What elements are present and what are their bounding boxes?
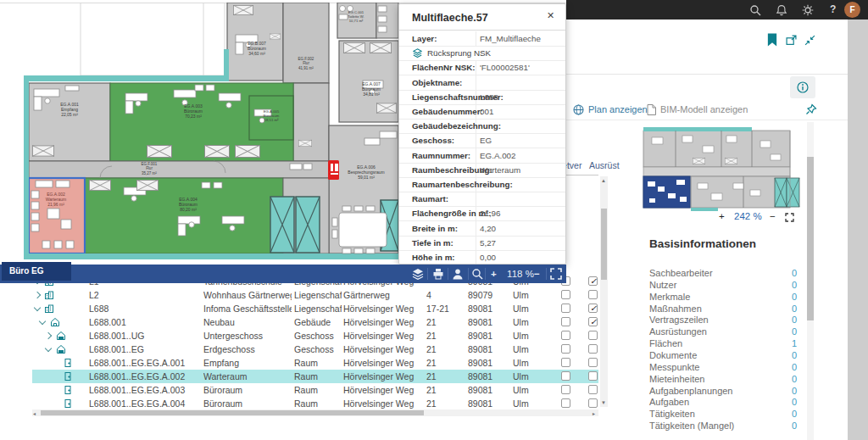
ausruest-checkbox[interactable] (588, 385, 598, 394)
cell-ort: Ulm (513, 343, 547, 356)
mini-floor-plan[interactable] (642, 122, 803, 212)
close-icon[interactable]: ✕ (547, 10, 554, 21)
info-item[interactable]: Maßnahmen 0 (649, 304, 797, 315)
room-EG.F.002[interactable] (283, 3, 329, 83)
search-plan-icon[interactable] (471, 268, 483, 280)
table-horizontal-scrollbar[interactable]: ◂ ▸ (32, 409, 598, 416)
property-action-row[interactable]: Rücksprung NSK (399, 46, 566, 61)
cell-hausnummer: 21 (426, 343, 460, 356)
collapse-arrows-icon[interactable] (804, 35, 815, 46)
cell-nummer: L688.001..UG (89, 329, 199, 343)
info-label: Aufgabenplanungen (649, 386, 732, 396)
info-item[interactable]: Tätigkeiten (Mangel) 0 (649, 421, 797, 432)
cell-bezeichnung: Wohnhaus Gärtnerweg 4 (203, 288, 292, 302)
settings-gear-icon[interactable] (802, 4, 814, 16)
plan-zoom-out-button[interactable]: − (534, 268, 540, 280)
col-header-ausruest[interactable]: Ausrüst (589, 160, 620, 170)
info-item[interactable]: Sachbearbeiter 0 (649, 268, 797, 279)
ausruest-checkbox[interactable] (588, 290, 598, 299)
mietver-checkbox[interactable] (561, 358, 570, 367)
expand-chevron-icon[interactable] (34, 304, 41, 311)
expand-chevron-icon[interactable] (45, 332, 52, 339)
expand-chevron-icon[interactable] (34, 292, 41, 298)
cell-hausnummer: 21 (426, 397, 460, 410)
right-panel-scrollbar[interactable] (807, 122, 814, 440)
info-item[interactable]: Nutzer 0 (649, 280, 797, 291)
user-icon[interactable] (452, 268, 464, 280)
mini-fit-screen-icon[interactable] (785, 213, 794, 222)
table-vertical-scrollbar[interactable]: ▲ ▼ (600, 176, 608, 407)
table-row[interactable]: L688.001..EG.EG.A.002 Warteraum Raum Hör… (32, 370, 598, 384)
info-label: Flächen (649, 338, 682, 348)
ausruest-checkbox[interactable] (588, 331, 598, 340)
mietver-checkbox[interactable] (561, 385, 570, 394)
plan-toolbar: + 118 % − (0, 265, 566, 283)
info-circle-icon (797, 81, 809, 93)
info-item[interactable]: Messpunkte 0 (649, 362, 797, 373)
table-row[interactable]: L688.001..EG.EG.A.003 Büroraum Raum Hörv… (32, 383, 598, 398)
ausruest-checkbox[interactable] (588, 398, 598, 408)
search-icon[interactable] (749, 4, 761, 16)
mietver-checkbox[interactable] (561, 371, 570, 381)
info-item[interactable]: Tätigkeiten 0 (649, 409, 797, 420)
pin-icon[interactable] (805, 103, 817, 115)
expand-chevron-icon[interactable] (45, 345, 52, 352)
info-item[interactable]: Ausrüstungen 0 (649, 326, 797, 337)
info-item[interactable]: Aufgaben 0 (649, 397, 797, 408)
avatar[interactable]: F (844, 2, 860, 18)
expand-chevron-icon[interactable] (39, 318, 46, 325)
cell-bezeichnung: Infoma Geschäftsstelle (203, 302, 292, 315)
table-row[interactable]: L688.001..UG Untergeschoss Geschoss Hörv… (32, 329, 598, 343)
info-item[interactable]: Aufgabenplanungen 0 (649, 386, 797, 397)
bookmark-icon[interactable] (767, 33, 777, 47)
ausruest-checkbox[interactable] (588, 317, 598, 326)
info-button[interactable] (790, 76, 815, 98)
notifications-bell-icon[interactable] (776, 4, 787, 16)
table-row[interactable]: L688.001 Neubau Gebäude Hörvelsinger Weg… (32, 315, 598, 330)
action-label: Rücksprung NSK (427, 46, 491, 60)
table-row[interactable]: L688.001..EG.EG.A.001 Empfang Raum Hörve… (32, 356, 598, 370)
table-row[interactable]: L688 Infoma Geschäftsstelle Liegenschaft… (32, 302, 598, 316)
cell-nummer: L688.001..EG.EG.A.002 (89, 370, 199, 383)
ausruest-checkbox[interactable] (588, 344, 598, 354)
plan-zoom-in-button[interactable]: + (491, 268, 497, 280)
cell-ort: Ulm (513, 383, 547, 397)
info-item[interactable]: Merkmale 0 (649, 292, 797, 303)
table-row[interactable]: L2 Wohnhaus Gärtnerweg 4 Liegenschaft Gä… (32, 288, 598, 303)
cell-strasse: Hörvelsinger Weg (343, 343, 424, 356)
mietver-checkbox[interactable] (561, 317, 570, 326)
info-label: Messpunkte (649, 362, 699, 372)
mietver-checkbox[interactable] (561, 290, 570, 299)
cell-nummer: L688.001..EG (89, 343, 199, 356)
room-EG.F.001[interactable] (29, 161, 329, 178)
mietver-checkbox[interactable] (561, 398, 570, 408)
table-row[interactable]: L688.001..EG Erdgeschoss Geschoss Hörvel… (32, 343, 598, 357)
ausruest-checkbox[interactable] (588, 358, 598, 367)
cell-typ: Raum (294, 356, 342, 370)
mietver-checkbox[interactable] (561, 331, 570, 340)
help-button[interactable]: ? (830, 3, 836, 15)
show-bim-button[interactable]: BIM-Modell anzeigen (647, 102, 748, 117)
info-label: Sachbearbeiter (649, 268, 713, 278)
fit-screen-icon[interactable] (550, 268, 562, 280)
show-plan-button[interactable]: Plan anzeigen (573, 102, 648, 117)
mini-zoom-out-button[interactable]: − (770, 211, 776, 221)
open-new-window-icon[interactable] (786, 35, 797, 46)
ausruest-checkbox[interactable] (588, 371, 598, 381)
mietver-checkbox[interactable] (561, 304, 570, 313)
status-tab[interactable]: Büro EG (2, 262, 71, 281)
layers-icon[interactable] (412, 268, 424, 280)
cell-bezeichnung: Büroraum (203, 383, 292, 397)
ausruest-checkbox[interactable] (588, 276, 598, 286)
room-EG.A.004[interactable] (85, 178, 283, 253)
cell-typ: Geschoss (294, 329, 342, 343)
mietver-checkbox[interactable] (561, 344, 570, 354)
info-item[interactable]: Dokumente 0 (649, 350, 797, 361)
print-icon[interactable] (432, 268, 444, 280)
info-item[interactable]: Mieteinheiten 0 (649, 374, 797, 385)
ausruest-checkbox[interactable] (588, 304, 598, 313)
mini-zoom-in-button[interactable]: + (719, 211, 725, 221)
header-divider (566, 74, 848, 75)
info-item[interactable]: Flächen 1 (649, 338, 797, 349)
info-item[interactable]: Vertragszeilen 0 (649, 315, 797, 326)
